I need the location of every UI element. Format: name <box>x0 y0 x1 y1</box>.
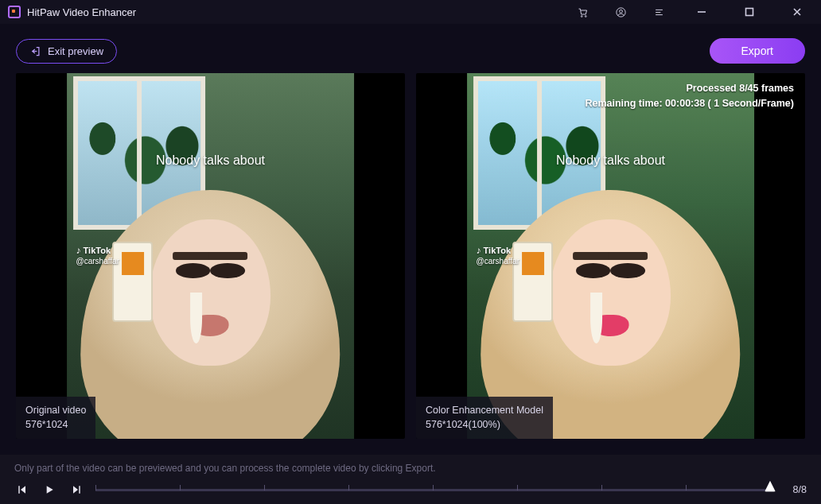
menu-icon[interactable] <box>648 1 670 23</box>
original-title: Original video <box>25 403 86 418</box>
preview-hint: Only part of the video can be previewed … <box>14 463 807 474</box>
enhanced-panel: Nobody talks about TikTok @carshaffar Pr… <box>416 73 805 439</box>
account-icon[interactable] <box>609 1 632 23</box>
timeline-handle[interactable] <box>765 481 776 492</box>
exit-preview-button[interactable]: Exit preview <box>16 39 117 64</box>
svg-point-0 <box>581 15 582 17</box>
original-resolution: 576*1024 <box>25 417 86 432</box>
app-title: HitPaw Video Enhancer <box>27 6 136 18</box>
processed-frames: Processed 8/45 frames <box>585 81 794 96</box>
processing-overlay: Processed 8/45 frames Remaining time: 00… <box>585 81 794 111</box>
watermark-brand: TikTok <box>477 245 519 256</box>
enhanced-title: Color Enhancement Model <box>426 403 543 418</box>
action-row: Exit preview Export <box>0 24 821 73</box>
original-label: Original video 576*1024 <box>16 397 95 440</box>
svg-point-1 <box>585 15 586 17</box>
svg-point-3 <box>619 10 622 13</box>
playback-controls: 8/8 <box>14 482 807 498</box>
tiktok-watermark: TikTok @carshaffar <box>76 245 119 266</box>
exit-icon <box>29 45 41 57</box>
next-frame-button[interactable] <box>68 482 84 498</box>
titlebar: HitPaw Video Enhancer <box>0 0 821 24</box>
close-button[interactable] <box>781 0 813 24</box>
watermark-handle: @carshaffar <box>76 257 119 266</box>
remaining-time: Remaining time: 00:00:38 ( 1 Second/Fram… <box>585 96 794 111</box>
watermark-brand: TikTok <box>76 245 119 256</box>
play-button[interactable] <box>41 482 57 498</box>
minimize-button[interactable] <box>686 0 718 24</box>
original-panel: Nobody talks about TikTok @carshaffar Or… <box>16 73 405 439</box>
frame-counter: 8/8 <box>781 484 807 495</box>
exit-preview-label: Exit preview <box>48 45 103 57</box>
svg-rect-4 <box>746 9 753 16</box>
export-button[interactable]: Export <box>710 38 805 64</box>
footer: Only part of the video can be previewed … <box>0 455 821 504</box>
timeline[interactable] <box>95 483 770 496</box>
video-caption: Nobody talks about <box>467 153 755 168</box>
watermark-handle: @carshaffar <box>477 257 519 266</box>
enhanced-label: Color Enhancement Model 576*1024(100%) <box>416 397 553 440</box>
maximize-button[interactable] <box>733 0 765 24</box>
enhanced-video-frame: Nobody talks about TikTok @carshaffar <box>467 73 755 439</box>
tiktok-watermark: TikTok @carshaffar <box>477 245 519 266</box>
enhanced-resolution: 576*1024(100%) <box>426 417 543 432</box>
video-caption: Nobody talks about <box>67 153 355 168</box>
original-video-frame: Nobody talks about TikTok @carshaffar <box>67 73 355 439</box>
app-logo-icon <box>8 6 21 18</box>
compare-wrap: Nobody talks about TikTok @carshaffar Or… <box>0 73 821 439</box>
prev-frame-button[interactable] <box>14 482 30 498</box>
cart-icon[interactable] <box>571 1 593 23</box>
